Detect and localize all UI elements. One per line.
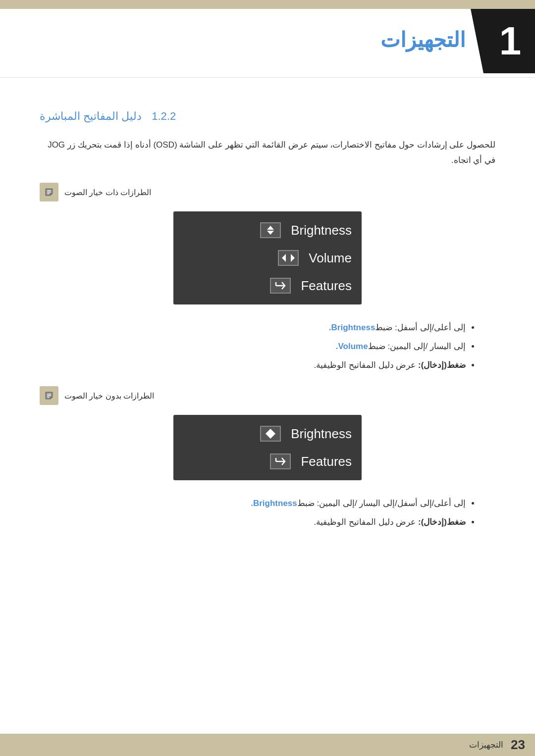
note-icon-svg-2 <box>44 390 54 401</box>
menu-label-brightness-1: Brightness <box>291 223 352 238</box>
bullet-item: ضغط(إدخال): عرض دليل المفاتيح الوظيفية. <box>40 357 466 374</box>
notice-block-1: الطرازات ذات خيار الصوت <box>40 183 495 202</box>
header-section: التجهيزات 1 <box>0 9 535 73</box>
notice-block-2: الطرازات بدون خيار الصوت <box>40 386 495 405</box>
bullet-item: إلى أعلى/إلى أسفل: ضبطBrightness. <box>40 319 466 336</box>
chapter-block: 1 <box>471 9 535 73</box>
svg-marker-4 <box>267 226 274 230</box>
header-divider <box>0 77 535 78</box>
notice-icon-2 <box>40 386 58 405</box>
note-icon-svg <box>44 187 54 198</box>
bullet-list-1: إلى أعلى/إلى أسفل: ضبطBrightness. إلى ال… <box>40 319 495 374</box>
menu-item-features-1: Features <box>173 272 362 300</box>
svg-marker-5 <box>267 231 274 235</box>
menu-icon-features-2 <box>270 454 291 469</box>
notice-label-2: الطرازات بدون خيار الصوت <box>64 391 154 401</box>
svg-marker-6 <box>282 254 286 262</box>
menu-icon-volume <box>278 250 299 266</box>
section-title: دليل المفاتيح المباشرة <box>40 110 142 123</box>
menu-label-features-1: Features <box>301 278 352 294</box>
svg-marker-7 <box>291 254 295 262</box>
menu-icon-features-1 <box>270 278 291 294</box>
top-bar <box>0 0 535 9</box>
menu-label-brightness-2: Brightness <box>291 426 352 442</box>
leftright-icon <box>281 253 295 262</box>
notice-label-1: الطرازات ذات خيار الصوت <box>64 188 151 197</box>
bullet-item: إلى اليسار /إلى اليمين: ضبطVolume. <box>40 338 466 355</box>
main-content: 1.2.2 دليل المفاتيح المباشرة للحصول على … <box>0 90 535 563</box>
menu-box-1: Brightness Volume <box>173 211 362 304</box>
menu-icon-brightness-2 <box>260 426 281 442</box>
bullet-list-2: إلى أعلى/إلى أسفل/إلى اليسار /إلى اليمين… <box>40 495 495 531</box>
menu-label-features-2: Features <box>301 454 352 469</box>
svg-marker-14 <box>266 429 275 439</box>
bottom-bar-content: التجهيزات 23 <box>469 737 525 753</box>
menu-label-volume: Volume <box>309 251 352 266</box>
menu-item-brightness-1: Brightness <box>173 216 362 244</box>
intro-paragraph: للحصول على إرشادات حول مفاتيح الاختصارات… <box>40 138 495 168</box>
chapter-number: 1 <box>484 18 522 64</box>
updown-icon <box>265 224 276 236</box>
diamond-icon <box>265 428 276 440</box>
menu-box-2: Brightness Features <box>173 415 362 480</box>
bottom-bar: التجهيزات 23 <box>0 734 535 756</box>
page-number: 23 <box>511 737 525 753</box>
menu-item-brightness-2: Brightness <box>173 420 362 448</box>
chapter-title: التجهيزات <box>380 28 466 52</box>
enter-icon-1 <box>275 281 286 290</box>
bullet-item: ضغط(إدخال): عرض دليل المفاتيح الوظيفية. <box>40 514 466 531</box>
footer-chapter-label: التجهيزات <box>469 740 503 750</box>
menu-item-volume: Volume <box>173 244 362 272</box>
enter-icon-2 <box>275 457 286 466</box>
section-number: 1.2.2 <box>152 110 176 123</box>
section-heading: 1.2.2 دليل المفاتيح المباشرة <box>40 110 495 123</box>
menu-icon-brightness-1 <box>260 222 281 238</box>
menu-item-features-2: Features <box>173 448 362 475</box>
notice-icon-1 <box>40 183 58 202</box>
bullet-item: إلى أعلى/إلى أسفل/إلى اليسار /إلى اليمين… <box>40 495 466 512</box>
